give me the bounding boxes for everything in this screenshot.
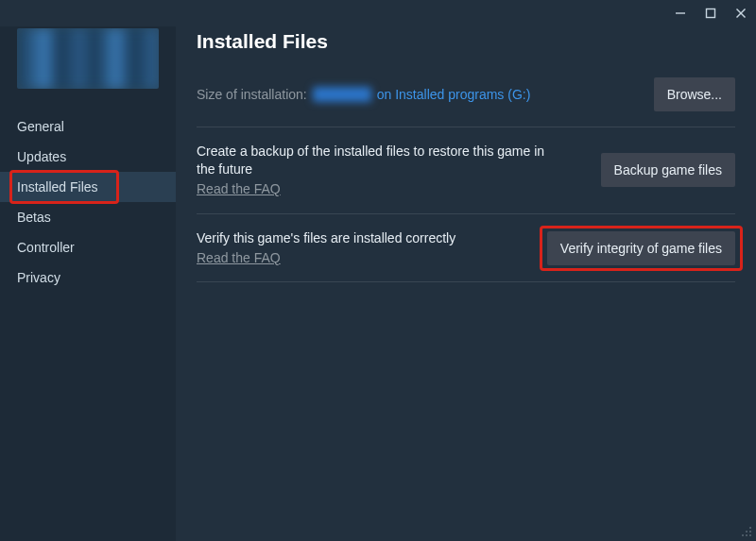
maximize-button[interactable] bbox=[703, 6, 718, 21]
sidebar-item-updates[interactable]: Updates bbox=[0, 142, 176, 172]
game-header-image bbox=[17, 28, 159, 89]
sidebar-item-controller[interactable]: Controller bbox=[0, 232, 176, 262]
svg-point-4 bbox=[749, 527, 751, 529]
verify-section: Verify this game's files are installed c… bbox=[197, 214, 735, 282]
install-location-link[interactable]: on Installed programs (G:) bbox=[377, 87, 531, 102]
close-button[interactable] bbox=[733, 6, 748, 21]
sidebar-item-betas[interactable]: Betas bbox=[0, 202, 176, 232]
sidebar: General Updates Installed Files Betas Co… bbox=[0, 26, 176, 541]
backup-faq-link[interactable]: Read the FAQ bbox=[197, 180, 281, 198]
verify-faq-link[interactable]: Read the FAQ bbox=[197, 249, 281, 267]
svg-point-9 bbox=[749, 534, 751, 536]
svg-point-8 bbox=[746, 534, 747, 536]
install-size-label: Size of installation: bbox=[197, 87, 307, 102]
sidebar-item-privacy[interactable]: Privacy bbox=[0, 262, 176, 293]
sidebar-item-installed-files[interactable]: Installed Files bbox=[0, 172, 176, 202]
divider bbox=[197, 281, 735, 282]
resize-grip-icon[interactable] bbox=[741, 526, 752, 537]
svg-point-6 bbox=[749, 531, 751, 533]
sidebar-item-general[interactable]: General bbox=[0, 111, 176, 142]
svg-point-7 bbox=[742, 534, 744, 536]
content-pane: Installed Files Size of installation: on… bbox=[176, 26, 756, 541]
browse-button[interactable]: Browse... bbox=[654, 77, 735, 111]
sidebar-nav: General Updates Installed Files Betas Co… bbox=[0, 111, 176, 293]
backup-game-files-button[interactable]: Backup game files bbox=[601, 153, 735, 187]
verify-description: Verify this game's files are installed c… bbox=[197, 230, 455, 245]
verify-integrity-button[interactable]: Verify integrity of game files bbox=[547, 231, 735, 265]
svg-rect-1 bbox=[707, 9, 715, 18]
install-size-value-redacted bbox=[313, 87, 371, 102]
minimize-button[interactable] bbox=[673, 6, 688, 21]
backup-description: Create a backup of the installed files t… bbox=[197, 144, 544, 177]
page-title: Installed Files bbox=[197, 30, 735, 53]
install-size-row: Size of installation: on Installed progr… bbox=[197, 77, 735, 111]
svg-point-5 bbox=[746, 531, 747, 533]
properties-window: General Updates Installed Files Betas Co… bbox=[0, 0, 756, 541]
window-titlebar bbox=[0, 0, 756, 26]
backup-section: Create a backup of the installed files t… bbox=[197, 127, 735, 213]
